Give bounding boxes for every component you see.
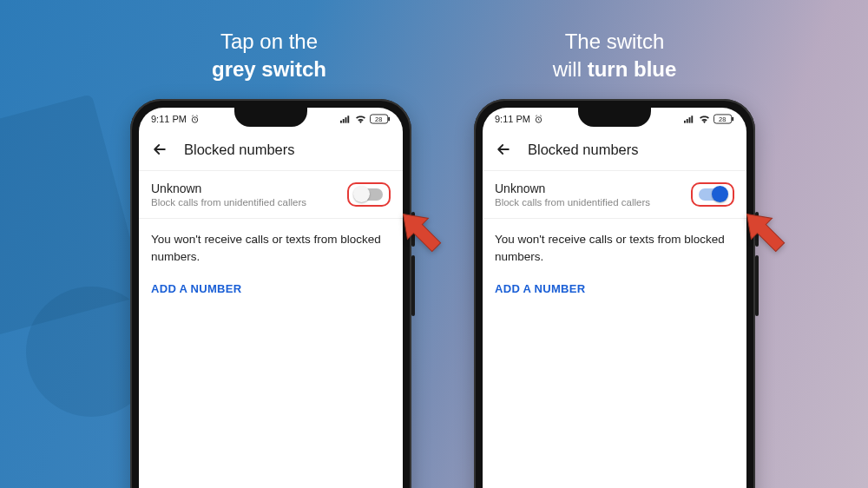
svg-rect-9 xyxy=(684,121,686,123)
status-time: 9:11 PM xyxy=(495,114,530,124)
caption-text: Tap on the xyxy=(220,30,318,53)
phone-screen: 9:11 PM 28 Blocked numbers Unknown Block… xyxy=(483,108,746,488)
back-arrow-icon[interactable] xyxy=(151,141,168,158)
row-title: Unknown xyxy=(495,181,650,195)
svg-rect-12 xyxy=(691,115,693,122)
signal-icon xyxy=(340,115,352,123)
unknown-toggle-off[interactable] xyxy=(355,188,383,201)
phone-side-button xyxy=(755,255,759,316)
signal-icon xyxy=(684,115,695,123)
caption-bold: grey switch xyxy=(212,57,326,81)
svg-rect-3 xyxy=(345,117,347,123)
caption-text: will xyxy=(553,57,588,81)
switch-highlight xyxy=(691,182,734,207)
add-number-button[interactable]: ADD A NUMBER xyxy=(139,270,403,307)
caption-left: Tap on the grey switch xyxy=(139,28,399,84)
row-title: Unknown xyxy=(151,181,306,195)
callout-arrow-icon xyxy=(734,201,795,262)
unknown-callers-row[interactable]: Unknown Block calls from unidentified ca… xyxy=(483,171,746,219)
add-number-button[interactable]: ADD A NUMBER xyxy=(483,270,746,307)
info-text: You won't receive calls or texts from bl… xyxy=(139,219,403,270)
svg-rect-6 xyxy=(388,117,390,122)
phone-notch xyxy=(234,108,307,127)
unknown-toggle-on[interactable] xyxy=(699,188,727,201)
caption-text: The switch xyxy=(565,30,665,53)
callout-arrow-icon xyxy=(391,201,451,262)
phone-notch xyxy=(578,108,651,127)
row-subtitle: Block calls from unidentified callers xyxy=(495,197,650,208)
phone-mockup-before: 9:11 PM 28 Blocked numbers Unknown Block… xyxy=(130,99,411,488)
phone-side-button xyxy=(411,255,415,316)
svg-rect-2 xyxy=(343,119,345,123)
battery-icon: 28 xyxy=(370,114,391,124)
svg-rect-11 xyxy=(689,117,691,123)
svg-rect-10 xyxy=(687,119,688,123)
switch-highlight xyxy=(347,182,391,207)
wifi-icon xyxy=(699,115,710,123)
unknown-callers-row[interactable]: Unknown Block calls from unidentified ca… xyxy=(139,171,403,219)
svg-rect-4 xyxy=(347,115,349,122)
caption-bold: turn blue xyxy=(588,57,677,81)
info-text: You won't receive calls or texts from bl… xyxy=(483,219,746,270)
phone-screen: 9:11 PM 28 Blocked numbers Unknown Block… xyxy=(139,108,403,488)
caption-right: The switch will turn blue xyxy=(484,28,745,84)
svg-text:28: 28 xyxy=(375,115,382,123)
alarm-icon xyxy=(190,115,200,124)
svg-rect-1 xyxy=(340,121,342,123)
row-subtitle: Block calls from unidentified callers xyxy=(151,197,306,208)
app-bar: Blocked numbers xyxy=(483,130,746,171)
page-title: Blocked numbers xyxy=(528,142,638,158)
svg-rect-14 xyxy=(732,117,733,122)
wifi-icon xyxy=(355,115,366,123)
page-title: Blocked numbers xyxy=(184,142,294,158)
phone-mockup-after: 9:11 PM 28 Blocked numbers Unknown Block… xyxy=(474,99,755,488)
battery-icon: 28 xyxy=(713,114,734,124)
svg-text:28: 28 xyxy=(719,115,726,123)
back-arrow-icon[interactable] xyxy=(495,141,512,158)
alarm-icon xyxy=(534,115,543,124)
app-bar: Blocked numbers xyxy=(139,130,403,171)
status-time: 9:11 PM xyxy=(151,114,187,124)
tutorial-canvas: Tap on the grey switch The switch will t… xyxy=(0,0,868,488)
